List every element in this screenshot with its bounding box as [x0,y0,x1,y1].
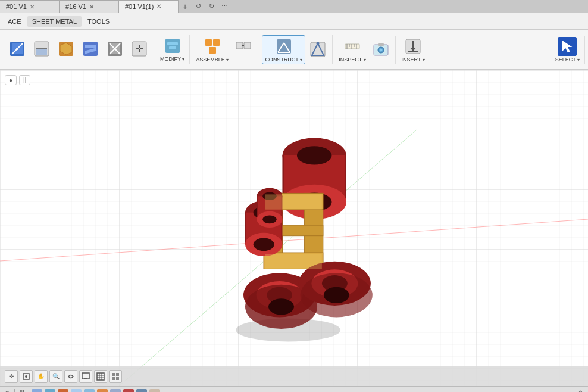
tab-2[interactable]: #16 V1 ✕ [60,0,119,13]
create-misc-btn[interactable] [103,38,127,60]
status-color-7 [110,389,121,393]
menu-sheet-metal[interactable]: SHEET METAL [27,16,82,27]
vp-display-btn[interactable] [79,370,92,383]
construct2-icon [308,40,327,59]
svg-rect-23 [209,47,216,54]
construct-btn[interactable]: CONSTRUCT ▾ [262,35,305,64]
svg-point-41 [379,49,382,52]
menu-ace[interactable]: ACE [3,16,26,27]
create-move-btn[interactable]: ✛ [127,38,151,60]
construct-label: CONSTRUCT ▾ [265,57,302,63]
svg-rect-89 [265,254,322,269]
toolbar-group-inspect: INSPECT ▾ [334,36,395,64]
svg-rect-33 [345,44,359,49]
create-misc-icon [105,39,124,58]
assemble-label: ASSEMBLE ▾ [196,57,229,63]
create-2dsketch-btn[interactable] [30,38,54,60]
vp-pan-btn[interactable]: ✋ [35,370,48,383]
svg-point-59 [297,146,332,164]
svg-rect-5 [36,49,47,55]
svg-point-3 [16,48,18,50]
tab-nav-back[interactable]: ↺ [192,0,205,13]
create-fold-btn[interactable] [79,38,102,60]
tab-nav-forward[interactable]: ↻ [205,0,218,13]
inspect-label: INSPECT ▾ [339,57,365,63]
create-3d-btn[interactable] [54,38,78,60]
tab-nav-more[interactable]: ⋯ [218,0,231,13]
svg-rect-24 [236,42,243,49]
assemble-btn[interactable]: ASSEMBLE ▾ [193,36,231,64]
modify-btn[interactable]: MODIFY ▾ [158,35,187,63]
vp-orbit-btn[interactable] [64,370,77,383]
vp-grid2-btn[interactable] [109,370,122,383]
status-color-8 [123,389,134,393]
main-toolbar: ✛ MODIFY ▾ [0,30,588,70]
ruler-icon [343,37,362,56]
menu-bar: ACE SHEET METAL TOOLS [0,13,588,30]
create-fold-icon [81,39,100,58]
tab-3[interactable]: #01 V1(1) ✕ [119,0,179,13]
construct-icon [274,37,293,56]
tab-1-close[interactable]: ✕ [30,4,35,10]
tab-2-close[interactable]: ✕ [89,4,94,10]
status-icon1[interactable]: ⊕ [5,390,10,392]
vp-snap-btn[interactable] [20,370,33,383]
svg-point-91 [25,375,27,378]
insert-icon [404,37,423,56]
assemble-icon [203,37,222,56]
viewport-dot-btn[interactable]: ● [5,75,17,85]
toolbar-group-modify: MODIFY ▾ [155,35,190,64]
sketch-icon [8,39,27,58]
status-icon2: ||| [20,390,24,392]
menu-tools[interactable]: TOOLS [83,16,114,27]
toolbar-group-select: SELECT ▾ [551,36,585,64]
status-color-5 [84,389,95,393]
main-viewport[interactable]: ● || ✛ ✋ 🔍 [0,70,588,386]
inspect-buttons: INSPECT ▾ [336,36,392,64]
tab-2-label: #16 V1 [65,3,86,10]
svg-point-81 [324,287,349,303]
assemble2-btn[interactable] [232,39,255,60]
modify-label: MODIFY ▾ [160,56,184,62]
tab-3-close[interactable]: ✕ [157,3,161,10]
status-settings-icon[interactable]: ⚙ [578,390,583,392]
create-sketch-btn[interactable] [5,38,29,60]
select-buttons: SELECT ▾ [553,36,582,64]
insert-btn[interactable]: INSERT ▾ [399,36,427,64]
svg-point-32 [317,42,320,45]
assemble-buttons: ASSEMBLE ▾ [193,36,255,64]
vp-move-btn[interactable]: ✛ [5,370,18,383]
construct-buttons: CONSTRUCT ▾ [262,35,330,64]
tab-1[interactable]: #01 V1 ✕ [0,0,60,13]
status-color-1 [32,389,42,393]
camera-icon [371,40,390,59]
create-buttons: ✛ [5,38,151,60]
svg-text:✛: ✛ [136,43,143,54]
svg-point-76 [268,298,294,315]
toolbar-group-create: ✛ [3,38,154,61]
create-move-icon: ✛ [130,39,149,58]
viewport-bottom-bar: ✛ ✋ 🔍 [0,366,588,386]
vp-zoom-btn[interactable]: 🔍 [49,370,62,383]
camera-btn[interactable] [369,39,393,60]
status-color-2 [45,389,55,393]
modify-icon [163,36,182,55]
svg-rect-101 [112,377,115,380]
new-tab-button[interactable]: + [179,0,192,13]
vp-grid-btn[interactable] [94,370,107,383]
svg-rect-98 [97,373,104,380]
svg-rect-92 [82,373,89,379]
2dsketch-icon [32,39,51,58]
svg-rect-10 [85,45,96,48]
construct2-btn[interactable] [306,39,330,60]
status-color-6 [97,389,108,393]
inspect-btn[interactable]: INSPECT ▾ [336,36,368,64]
status-color-10 [149,389,160,393]
viewport-pause-btn[interactable]: || [19,75,30,85]
insert-buttons: INSERT ▾ [399,36,427,64]
tab-bar: #01 V1 ✕ #16 V1 ✕ #01 V1(1) ✕ + ↺ ↻ ⋯ [0,0,588,13]
svg-rect-19 [167,42,178,45]
tab-3-label: #01 V1(1) [125,3,154,10]
3d-model [175,103,413,353]
select-btn[interactable]: SELECT ▾ [553,36,582,64]
